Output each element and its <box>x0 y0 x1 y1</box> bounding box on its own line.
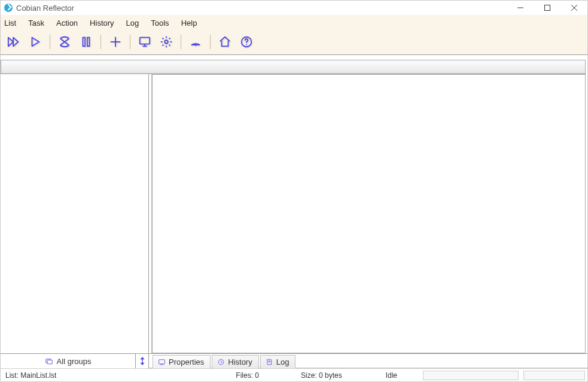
svg-marker-6 <box>32 38 39 47</box>
menu-log[interactable]: Log <box>120 17 145 30</box>
svg-rect-1 <box>544 5 550 11</box>
tab-label: History <box>228 357 252 366</box>
toolbar-separator <box>50 35 50 49</box>
status-size: Size: 0 bytes <box>296 369 381 381</box>
log-icon <box>266 358 273 366</box>
app-icon <box>4 4 13 12</box>
task-list-header-frame <box>1 60 586 74</box>
pause-icon <box>80 35 93 48</box>
close-button[interactable] <box>560 1 587 15</box>
reorder-handle[interactable] <box>136 354 149 368</box>
history-icon <box>217 358 225 366</box>
svg-rect-7 <box>83 38 86 47</box>
home-button[interactable] <box>215 33 235 51</box>
groups-selector[interactable]: All groups <box>1 354 136 368</box>
svg-point-15 <box>195 44 197 46</box>
detail-pane <box>152 74 586 353</box>
run-selected-button[interactable] <box>25 33 45 51</box>
tab-label: Log <box>276 357 290 366</box>
svg-rect-8 <box>87 38 90 47</box>
monitor-button[interactable] <box>135 33 155 51</box>
tab-label: Properties <box>169 357 204 366</box>
svg-rect-19 <box>47 360 52 363</box>
remote-button[interactable] <box>185 33 206 51</box>
menu-history[interactable]: History <box>84 17 120 30</box>
folders-icon <box>45 357 53 365</box>
run-all-button[interactable] <box>4 33 24 51</box>
toolbar-separator <box>181 35 181 49</box>
pause-button[interactable] <box>76 33 96 51</box>
properties-icon <box>158 358 166 366</box>
toolbar-separator <box>210 35 211 49</box>
updown-icon <box>139 356 146 366</box>
menu-action[interactable]: Action <box>50 17 84 30</box>
svg-marker-4 <box>8 38 13 47</box>
settings-button[interactable] <box>156 33 176 51</box>
svg-point-14 <box>164 40 168 44</box>
help-icon <box>240 35 253 48</box>
remote-icon <box>189 35 202 48</box>
status-list: List: MainList.lst <box>1 369 231 381</box>
help-button[interactable] <box>236 33 257 51</box>
window-title: Cobian Reflector <box>16 4 74 13</box>
menu-task[interactable]: Task <box>22 17 50 30</box>
tab-history[interactable]: History <box>212 355 258 368</box>
menu-help[interactable]: Help <box>175 17 203 30</box>
add-button[interactable] <box>105 33 126 51</box>
maximize-button[interactable] <box>534 1 560 15</box>
task-list-pane[interactable] <box>1 74 149 353</box>
svg-rect-23 <box>159 360 165 364</box>
run-selected-icon <box>29 35 42 48</box>
status-files: Files: 0 <box>231 369 296 381</box>
cancel-icon <box>58 35 71 48</box>
tab-log[interactable]: Log <box>260 355 296 368</box>
menu-tools[interactable]: Tools <box>145 17 175 30</box>
task-list-header[interactable] <box>1 60 585 74</box>
run-all-icon <box>7 35 20 48</box>
toolbar-separator <box>100 35 101 49</box>
work-area: All groups Properties <box>1 55 587 368</box>
status-progress-1 <box>423 371 518 380</box>
status-progress-2 <box>523 371 585 380</box>
tab-properties[interactable]: Properties <box>153 355 211 368</box>
monitor-icon <box>138 35 151 48</box>
svg-point-17 <box>246 44 247 45</box>
groups-label: All groups <box>57 357 92 366</box>
status-bar: List: MainList.lst Files: 0 Size: 0 byte… <box>1 368 587 381</box>
add-icon <box>109 35 122 48</box>
minimize-button[interactable] <box>507 1 534 15</box>
cancel-button[interactable] <box>54 33 75 51</box>
menu-bar: List Task Action History Log Tools Help <box>1 15 587 32</box>
status-state: Idle <box>381 369 421 381</box>
content-body <box>1 74 587 353</box>
home-icon <box>218 35 231 48</box>
toolbar-separator <box>130 35 130 49</box>
menu-list[interactable]: List <box>1 17 22 30</box>
svg-marker-5 <box>13 38 18 47</box>
title-bar: Cobian Reflector <box>1 1 587 15</box>
settings-icon <box>160 35 173 48</box>
svg-rect-11 <box>140 38 150 44</box>
toolbar <box>1 32 587 55</box>
